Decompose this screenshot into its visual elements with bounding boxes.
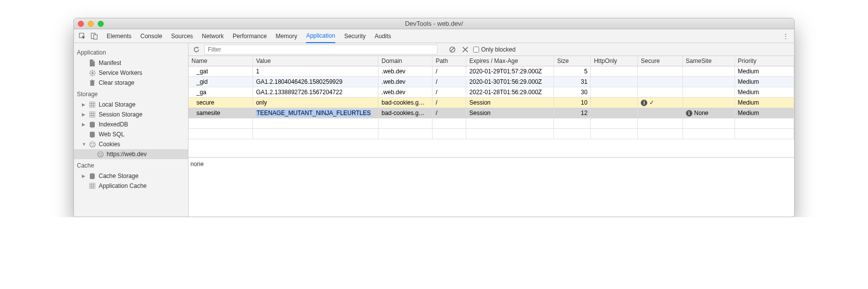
table-row[interactable]: _gidGA1.2.1804046426.1580259929.web.dev/… bbox=[188, 77, 794, 87]
clear-all-icon[interactable] bbox=[447, 45, 457, 55]
main-panel: Only blocked NameValueDomainPathExpires … bbox=[188, 43, 794, 217]
table-row[interactable]: _gat1.web.dev/2020-01-29T01:57:29.000Z5M… bbox=[188, 66, 794, 77]
devtools-window: DevTools - web.dev/ ElementsConsoleSourc… bbox=[73, 18, 795, 217]
col-name[interactable]: Name bbox=[188, 56, 253, 66]
svg-point-3 bbox=[91, 72, 93, 74]
cell-priority: Medium bbox=[735, 77, 794, 87]
tab-elements[interactable]: Elements bbox=[107, 29, 131, 43]
table-row[interactable]: secureonlybad-cookies.g…/Session10i✓Medi… bbox=[188, 98, 794, 108]
cookies-table[interactable]: NameValueDomainPathExpires / Max-AgeSize… bbox=[188, 56, 794, 157]
svg-line-9 bbox=[94, 74, 95, 75]
refresh-icon[interactable] bbox=[191, 45, 201, 55]
svg-point-29 bbox=[93, 143, 94, 144]
cell-domain: .web.dev bbox=[378, 87, 433, 98]
cookie-detail-text: none bbox=[190, 161, 204, 168]
sidebar-group-storage: Storage bbox=[74, 88, 188, 100]
sidebar-item-session-storage[interactable]: ▶Session Storage bbox=[74, 110, 188, 119]
table-row-empty bbox=[188, 118, 794, 129]
db-icon bbox=[89, 173, 96, 179]
only-blocked-label: Only blocked bbox=[481, 46, 515, 53]
only-blocked-checkbox[interactable]: Only blocked bbox=[473, 46, 515, 53]
cell-secure bbox=[638, 66, 683, 77]
delete-selected-icon[interactable] bbox=[460, 45, 470, 55]
tab-console[interactable]: Console bbox=[140, 29, 162, 43]
cell-expires: 2022-01-28T01:56:29.000Z bbox=[466, 87, 554, 98]
cell-path: / bbox=[433, 66, 466, 77]
table-row[interactable]: _gaGA1.2.1338892726.1567204722.web.dev/2… bbox=[188, 87, 794, 98]
sidebar-item-cookies[interactable]: ▼Cookies bbox=[74, 139, 188, 149]
cell-expires: Session bbox=[466, 108, 554, 118]
svg-point-28 bbox=[91, 143, 92, 144]
svg-line-11 bbox=[90, 74, 91, 75]
sidebar-item-cache-storage[interactable]: ▶Cache Storage bbox=[74, 171, 188, 181]
close-window-button[interactable] bbox=[78, 21, 84, 27]
cell-size: 30 bbox=[554, 87, 591, 98]
svg-rect-20 bbox=[89, 112, 95, 117]
inspect-element-icon[interactable] bbox=[77, 31, 88, 42]
application-sidebar[interactable]: Application▶Manifest▶Service Workers▶Cle… bbox=[74, 43, 188, 217]
col-value[interactable]: Value bbox=[253, 56, 378, 66]
tab-performance[interactable]: Performance bbox=[233, 29, 267, 43]
cell-size: 10 bbox=[554, 98, 591, 108]
sidebar-group-application: Application bbox=[74, 46, 188, 58]
col-priority[interactable]: Priority bbox=[735, 56, 794, 66]
sidebar-item-web-sql[interactable]: ▶Web SQL bbox=[74, 129, 188, 139]
sidebar-item-local-storage[interactable]: ▶Local Storage bbox=[74, 100, 188, 110]
more-icon[interactable]: ⋮ bbox=[780, 33, 791, 40]
tab-memory[interactable]: Memory bbox=[276, 29, 297, 43]
tab-sources[interactable]: Sources bbox=[171, 29, 193, 43]
cell-domain: .web.dev bbox=[378, 77, 433, 87]
sidebar-item-clear-storage[interactable]: ▶Clear storage bbox=[74, 78, 188, 88]
minimize-window-button[interactable] bbox=[88, 21, 94, 27]
traffic-lights bbox=[78, 21, 104, 27]
svg-line-8 bbox=[90, 71, 91, 72]
trash-icon bbox=[89, 79, 96, 86]
cell-value: TEENAGE_MUTANT_NINJA_FLEURTLES bbox=[253, 108, 378, 118]
filter-input[interactable] bbox=[204, 45, 437, 55]
file-icon bbox=[89, 59, 96, 66]
cell-priority: Medium bbox=[735, 98, 794, 108]
cookies-toolbar: Only blocked bbox=[188, 43, 794, 56]
sidebar-item-https-web-dev[interactable]: https://web.dev bbox=[74, 149, 188, 159]
cell-expires: 2020-01-29T01:57:29.000Z bbox=[466, 66, 554, 77]
svg-rect-14 bbox=[91, 80, 93, 81]
cell-samesite bbox=[682, 87, 735, 98]
col-samesite[interactable]: SameSite bbox=[682, 56, 735, 66]
table-row[interactable]: samesiteTEENAGE_MUTANT_NINJA_FLEURTLESba… bbox=[188, 108, 794, 118]
cookie-icon bbox=[97, 151, 104, 158]
tab-network[interactable]: Network bbox=[202, 29, 224, 43]
cookie-icon bbox=[89, 141, 96, 148]
sidebar-item-service-workers[interactable]: ▶Service Workers bbox=[74, 68, 188, 78]
sidebar-item-indexeddb[interactable]: ▶IndexedDB bbox=[74, 119, 188, 129]
col-path[interactable]: Path bbox=[433, 56, 466, 66]
svg-point-32 bbox=[98, 152, 103, 157]
cell-samesite bbox=[682, 66, 735, 77]
cell-priority: Medium bbox=[735, 108, 794, 118]
cell-domain: bad-cookies.g… bbox=[378, 98, 433, 108]
cell-value: GA1.2.1338892726.1567204722 bbox=[253, 87, 378, 98]
table-row-empty bbox=[188, 129, 794, 139]
cell-name: secure bbox=[188, 98, 253, 108]
tab-application[interactable]: Application bbox=[306, 29, 335, 43]
zoom-window-button[interactable] bbox=[98, 21, 104, 27]
cell-priority: Medium bbox=[735, 87, 794, 98]
sidebar-item-application-cache[interactable]: ▶Application Cache bbox=[74, 181, 188, 191]
col-httponly[interactable]: HttpOnly bbox=[591, 56, 638, 66]
svg-rect-2 bbox=[94, 35, 97, 39]
cell-size: 5 bbox=[554, 66, 591, 77]
col-size[interactable]: Size bbox=[554, 56, 591, 66]
tab-security[interactable]: Security bbox=[344, 29, 366, 43]
cell-value: only bbox=[253, 98, 378, 108]
device-toolbar-icon[interactable] bbox=[89, 31, 100, 42]
cell-name: _ga bbox=[188, 87, 253, 98]
cell-path: / bbox=[433, 98, 466, 108]
cell-size: 31 bbox=[554, 77, 591, 87]
col-expires-max-age[interactable]: Expires / Max-Age bbox=[466, 56, 554, 66]
col-domain[interactable]: Domain bbox=[378, 56, 433, 66]
cell-httponly bbox=[591, 66, 638, 77]
col-secure[interactable]: Secure bbox=[638, 56, 683, 66]
svg-point-34 bbox=[101, 153, 102, 154]
tab-audits[interactable]: Audits bbox=[374, 29, 391, 43]
cell-expires: Session bbox=[466, 98, 554, 108]
sidebar-item-manifest[interactable]: ▶Manifest bbox=[74, 58, 188, 68]
